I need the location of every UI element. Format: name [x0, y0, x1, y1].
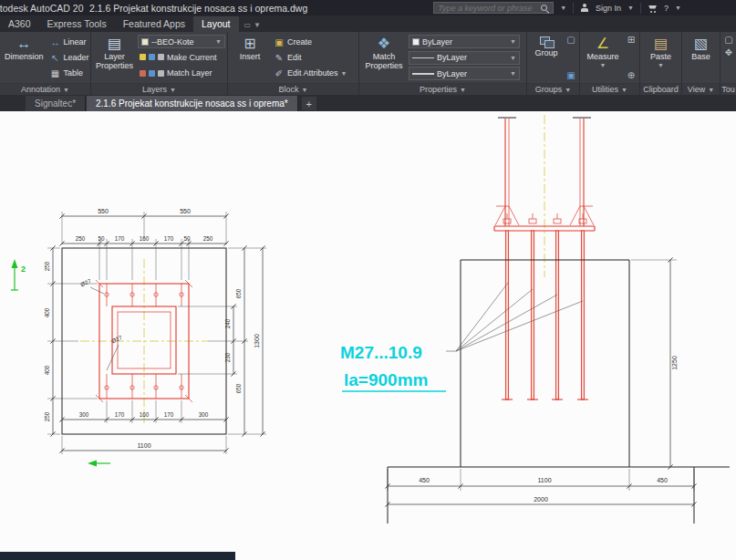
panel-label-layers[interactable]: Layers ▼: [91, 83, 227, 95]
layer-properties-button[interactable]: ▤ Layer Properties: [94, 34, 135, 81]
sign-in-button[interactable]: Sign In: [596, 4, 621, 13]
dim-label: 250: [76, 235, 86, 242]
quick-calc-icon[interactable]: ⊞: [626, 35, 637, 45]
search-input[interactable]: [438, 4, 536, 13]
anchor-bolts: [502, 213, 588, 399]
dim-label: 230: [224, 352, 231, 362]
dim-label: 650: [235, 383, 242, 393]
plan-view-drawing: Ø27 Ø27 550 550: [11, 208, 266, 467]
search-box[interactable]: [433, 2, 554, 14]
app-store-cart-icon[interactable]: [648, 4, 658, 13]
edit-block-button[interactable]: ✎ Edit: [272, 50, 348, 65]
file-tab-signaltec[interactable]: Signaltec*: [26, 96, 86, 111]
match-layer-button[interactable]: Match Layer: [138, 66, 225, 80]
layer-lock-icon: [158, 54, 164, 60]
chevron-down-icon: ▼: [170, 87, 176, 93]
color-swatch: [412, 38, 420, 46]
tab-a360[interactable]: A360: [0, 16, 39, 32]
panel-label-view[interactable]: View ▼: [682, 83, 720, 95]
panel-view: ▧ Base View ▼: [682, 32, 720, 95]
make-current-button[interactable]: Make Current: [138, 50, 225, 65]
linear-button[interactable]: ↔ Linear ▼: [48, 35, 91, 49]
measure-button[interactable]: ∠ Measure ▼: [583, 34, 623, 81]
ribbon-tab-bar: A360 Express Tools Featured Apps Layout …: [0, 16, 736, 32]
match-properties-icon: ❖: [378, 35, 390, 52]
panel-label-annotation[interactable]: Annotation ▼: [0, 83, 90, 95]
dim-label: 50: [183, 235, 191, 242]
drawing-canvas[interactable]: Ø27 Ø27 550 550: [0, 111, 736, 560]
dim-label: 1250: [671, 356, 678, 370]
base-button[interactable]: ▧ Base: [685, 34, 717, 81]
tab-layout[interactable]: Layout: [193, 16, 239, 32]
dim-label: 2000: [534, 496, 548, 503]
hole-diameter-label: Ø27: [79, 277, 92, 288]
dim-label: 170: [115, 411, 125, 418]
dim-label: 650: [235, 288, 242, 298]
chevron-down-icon[interactable]: ▼: [254, 21, 261, 29]
command-window-fragment[interactable]: [0, 552, 235, 560]
measure-icon: ∠: [596, 35, 609, 52]
panel-label-groups[interactable]: Groups ▼: [527, 83, 579, 95]
create-block-button[interactable]: ▣ Create: [272, 35, 348, 49]
dimension-button[interactable]: ↔ Dimension: [3, 34, 46, 81]
table-button[interactable]: ▦ Table: [48, 66, 91, 80]
lineweight-combo[interactable]: ByLayer ▼: [409, 67, 520, 80]
id-point-icon[interactable]: ⊕: [626, 70, 637, 80]
chevron-down-icon: ▼: [658, 61, 664, 70]
dim-label: 450: [419, 477, 430, 483]
panel-utilities: ∠ Measure ▼ ⊞ ⊕ Utilities ▼: [580, 32, 640, 95]
dim-label: 1100: [537, 477, 551, 483]
tab-featured-apps[interactable]: Featured Apps: [115, 16, 193, 32]
selection-button[interactable]: ▢ Sele: [721, 34, 735, 46]
dim-label: 550: [180, 208, 191, 214]
file-tab-bar: Signaltec* 2.1.6 Projekat konstrukcije n…: [0, 95, 736, 111]
layer-unlock-icon: [158, 70, 164, 77]
object-color-combo[interactable]: ByLayer ▼: [409, 35, 520, 48]
panel-label-properties[interactable]: Properties ▼: [359, 83, 526, 95]
edit-attributes-icon: ✐: [274, 68, 285, 78]
layer-freeze-icon: [149, 54, 155, 60]
titlebar-divider: [640, 3, 641, 14]
match-properties-button[interactable]: ❖ Match Properties: [362, 34, 406, 81]
dim-label: 240: [224, 318, 231, 328]
anchor-note: M27...10.9 la=900mm: [340, 283, 583, 391]
panel-cut-off: ▢ Sele ✥ Mo Tou: [720, 32, 736, 95]
leader-button[interactable]: ↖ Leader: [48, 50, 91, 65]
dim-label: 250: [44, 261, 50, 271]
chevron-down-icon: ▼: [302, 87, 308, 93]
section-marker-up: 2: [11, 259, 26, 290]
linetype-combo[interactable]: ByLayer ▼: [409, 51, 520, 65]
ribbon-display-toggle-icon[interactable]: ▭: [244, 21, 252, 29]
help-icon[interactable]: ?: [664, 4, 669, 13]
layer-thaw-icon: [149, 70, 155, 77]
search-icon[interactable]: [540, 4, 549, 13]
chevron-down-icon[interactable]: ▼: [560, 5, 566, 11]
linear-dimension-icon: ↔: [50, 37, 61, 47]
move-button[interactable]: ✥ Mo: [721, 47, 735, 58]
chevron-down-icon[interactable]: ▼: [675, 5, 681, 11]
panel-label-clipboard[interactable]: Clipboard: [640, 83, 681, 95]
panel-block: ⊞ Insert ▣ Create ✎ Edit ✐ Edit Attribut…: [228, 32, 359, 95]
tab-express-tools[interactable]: Express Tools: [39, 16, 115, 32]
chevron-down-icon: ▼: [510, 70, 516, 77]
edit-attributes-button[interactable]: ✐ Edit Attributes ▼: [272, 66, 348, 80]
chevron-down-icon: ▼: [708, 87, 714, 93]
insert-button[interactable]: ⊞ Insert: [231, 34, 269, 81]
group-edit-icon[interactable]: ▣: [565, 70, 576, 80]
group-button[interactable]: Group: [530, 34, 563, 81]
anchor-note-line2: la=900mm: [344, 370, 428, 389]
ribbon: ↔ Dimension ↔ Linear ▼ ↖ Leader ▦: [0, 32, 736, 95]
panel-label-touch[interactable]: Tou: [720, 83, 736, 95]
chevron-down-icon[interactable]: ▼: [627, 5, 634, 11]
panel-label-block[interactable]: Block ▼: [228, 83, 358, 95]
ungroup-icon[interactable]: ▢: [565, 35, 576, 45]
new-drawing-tab-button[interactable]: +: [302, 97, 316, 110]
layer-combo[interactable]: --BEO-Kote ▼: [138, 35, 225, 48]
panel-label-utilities[interactable]: Utilities ▼: [580, 83, 639, 95]
user-icon[interactable]: [580, 4, 589, 13]
anchor-note-line1: M27...10.9: [340, 343, 422, 362]
linetype-sample: [412, 57, 434, 58]
elevation-view-drawing: M27...10.9 la=900mm 450 1100 450 2000: [340, 115, 730, 524]
file-tab-active-drawing[interactable]: 2.1.6 Projekat konstrukcije nosaca ss i …: [87, 96, 298, 111]
paste-button[interactable]: ▤ Paste ▼: [643, 34, 679, 81]
